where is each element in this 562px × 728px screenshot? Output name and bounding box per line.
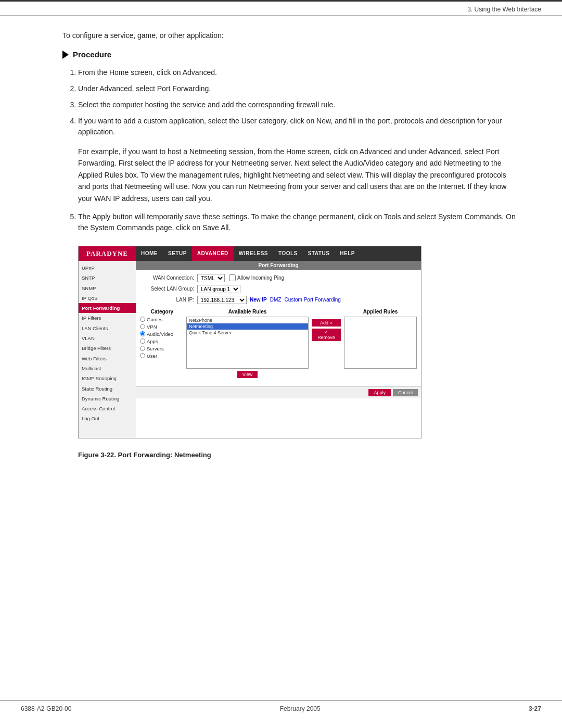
rule-quicktime[interactable]: Quick Time 4 Server <box>187 330 308 336</box>
intro-text: To configure a service, game, or other a… <box>62 31 520 40</box>
figure-caption-text: Figure 3-22. Port Forwarding: Netmeeting <box>78 451 211 459</box>
sidebar-item-vlan[interactable]: VLAN <box>79 333 136 343</box>
applied-rules-list <box>344 317 417 369</box>
remove-button[interactable]: < Remove <box>312 329 341 341</box>
add-button[interactable]: Add > <box>312 319 341 327</box>
dmz-link[interactable]: DMZ <box>270 297 282 303</box>
sidebar-item-bridge-filters[interactable]: Bridge Filters <box>79 343 136 353</box>
sidebar-item-ipqos[interactable]: IP QoS <box>79 293 136 303</box>
applied-rules-section: Applied Rules <box>344 309 417 369</box>
wan-connection-label: WAN Connection: <box>140 275 197 281</box>
view-button[interactable]: View <box>237 371 258 378</box>
step-2: Under Advanced, select Port Forwarding. <box>78 83 520 94</box>
sidebar-item-sntp[interactable]: SNTP <box>79 273 136 283</box>
triangle-icon <box>62 51 69 59</box>
logo-area: PARADYNE <box>79 246 136 261</box>
header-section: 3. Using the Web Interface <box>0 2 562 16</box>
step-4: If you want to add a custom application,… <box>78 116 520 137</box>
category-games[interactable]: Games <box>140 317 184 322</box>
available-rules-header: Available Rules <box>186 309 309 315</box>
nav-tools[interactable]: Tools <box>273 246 303 261</box>
page-footer: 6388-A2-GB20-00 February 2005 3-27 <box>0 700 562 712</box>
sidebar-item-multicast[interactable]: Multicast <box>79 363 136 373</box>
content-area: UPnP SNTP SNMP IP QoS Port Forwarding IP… <box>79 261 421 438</box>
procedure-title: Procedure <box>73 50 111 59</box>
procedure-header: Procedure <box>62 50 520 59</box>
allow-incoming-ping-checkbox[interactable] <box>229 274 236 281</box>
sidebar-item-web-filters[interactable]: Web Filters <box>79 354 136 363</box>
header-text: 3. Using the Web Interface <box>467 6 541 13</box>
steps-list: From the Home screen, click on Advanced.… <box>78 67 520 137</box>
allow-incoming-ping-text: Allow Incoming Ping <box>237 275 284 281</box>
step-1: From the Home screen, click on Advanced. <box>78 67 520 78</box>
category-vpn[interactable]: VPN <box>140 324 184 330</box>
cancel-button[interactable]: Cancel <box>393 389 418 396</box>
applied-rules-header: Applied Rules <box>344 309 417 315</box>
lan-ip-select[interactable]: 192.168.1.123 <box>197 296 247 304</box>
apply-button[interactable]: Apply <box>368 389 391 396</box>
sidebar: UPnP SNTP SNMP IP QoS Port Forwarding IP… <box>79 261 136 438</box>
lan-group-label: Select LAN Group: <box>140 286 197 292</box>
lan-ip-row: LAN IP: 192.168.1.123 New IP DMZ Custom … <box>140 296 417 304</box>
category-header: Category <box>140 309 184 315</box>
nav-home[interactable]: Home <box>136 246 163 261</box>
nav-help[interactable]: Help <box>335 246 360 261</box>
sidebar-item-logout[interactable]: Log Out <box>79 413 136 423</box>
footer-center: February 2005 <box>280 705 321 712</box>
rule-net2phone[interactable]: Net2Phone <box>187 317 308 323</box>
steps-list-2: The Apply button will temporarily save t… <box>78 211 520 233</box>
wan-connection-select[interactable]: TSML <box>197 274 225 282</box>
table-area: Category Games VPN <box>140 307 417 382</box>
logo-text: PARADYNE <box>86 249 128 258</box>
category-audiovideo[interactable]: Audio/Video <box>140 331 184 337</box>
rule-netmeeting[interactable]: Netmeeting <box>187 323 308 330</box>
category-radios: Games VPN Audio/Video <box>140 317 184 359</box>
category-user[interactable]: User <box>140 353 184 359</box>
category-servers[interactable]: Servers <box>140 346 184 352</box>
allow-incoming-ping-label: Allow Incoming Ping <box>229 274 284 281</box>
main-content: To configure a service, game, or other a… <box>0 16 562 490</box>
category-section: Category Games VPN <box>140 309 184 359</box>
step-5: The Apply button will temporarily save t… <box>78 211 520 233</box>
available-rules-section: Available Rules Net2Phone Netmeeting Qui… <box>186 309 309 380</box>
nav-bar: PARADYNE Home Setup Advanced Wireless To… <box>79 246 421 261</box>
bottom-bar: Apply Cancel <box>136 386 421 398</box>
nav-setup[interactable]: Setup <box>163 246 192 261</box>
step-3: Select the computer hosting the service … <box>78 99 520 110</box>
view-row: View <box>186 369 309 380</box>
sidebar-item-snmp[interactable]: SNMP <box>79 283 136 293</box>
footer-left: 6388-A2-GB20-00 <box>21 705 71 712</box>
available-rules-list: Net2Phone Netmeeting Quick Time 4 Server <box>186 317 309 369</box>
category-apps[interactable]: Apps <box>140 338 184 344</box>
lan-ip-label: LAN IP: <box>140 297 197 303</box>
sidebar-item-ip-filters[interactable]: IP Filters <box>79 313 136 323</box>
panel-body: WAN Connection: TSML Allow Incoming Ping… <box>136 270 421 386</box>
custom-port-forwarding-link[interactable]: Custom Port Forwarding <box>284 297 340 303</box>
sidebar-item-dynamic-routing[interactable]: Dynamic Routing <box>79 394 136 404</box>
footer-right: 3-27 <box>529 705 541 712</box>
nav-wireless[interactable]: Wireless <box>234 246 273 261</box>
nav-advanced[interactable]: Advanced <box>192 246 234 261</box>
figure-caption: Figure 3-22. Port Forwarding: Netmeeting <box>78 451 520 459</box>
nav-items: Home Setup Advanced Wireless Tools Statu… <box>136 246 360 261</box>
ip-links: New IP DMZ Custom Port Forwarding <box>250 297 341 303</box>
sidebar-item-igmp[interactable]: IGMP Snooping <box>79 373 136 383</box>
new-ip-link[interactable]: New IP <box>250 297 267 303</box>
add-remove-col: Add > < Remove <box>311 309 342 341</box>
lan-group-select[interactable]: LAN group 1 <box>197 285 240 293</box>
paragraph-text: For example, if you want to host a Netme… <box>78 146 520 204</box>
sidebar-item-upnp[interactable]: UPnP <box>79 263 136 273</box>
wan-connection-row: WAN Connection: TSML Allow Incoming Ping <box>140 274 417 282</box>
nav-status[interactable]: Status <box>303 246 335 261</box>
panel-title-bar: Port Forwarding <box>136 261 421 270</box>
sidebar-item-port-forwarding[interactable]: Port Forwarding <box>79 303 136 313</box>
sidebar-item-access-control[interactable]: Access Control <box>79 404 136 413</box>
main-panel: Port Forwarding WAN Connection: TSML All… <box>136 261 421 438</box>
screenshot-container: PARADYNE Home Setup Advanced Wireless To… <box>78 246 422 438</box>
sidebar-item-lan-clients[interactable]: LAN Clients <box>79 323 136 333</box>
sidebar-item-static-routing[interactable]: Static Routing <box>79 384 136 394</box>
lan-group-row: Select LAN Group: LAN group 1 <box>140 285 417 293</box>
